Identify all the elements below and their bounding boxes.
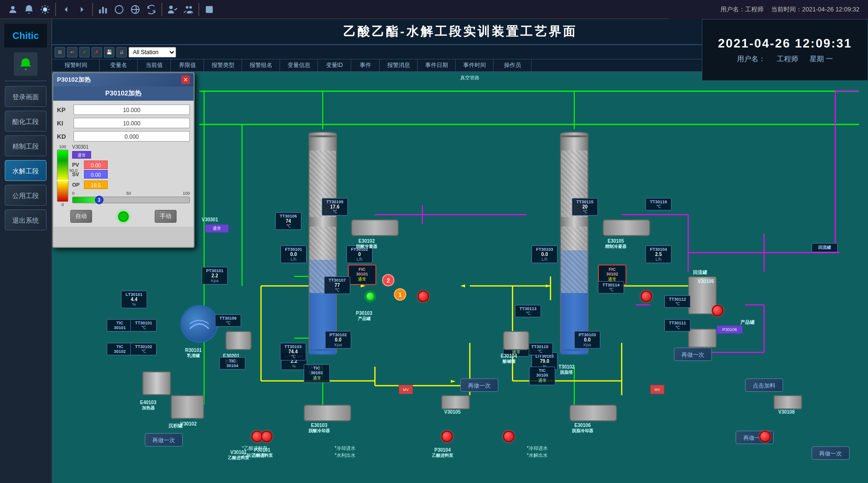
fic30101-controller[interactable]: FIC 30101 通常 — [348, 265, 376, 285]
tt30109-tag[interactable]: TT30109 17.6 ℃ — [322, 198, 348, 216]
mv30303-valve[interactable] — [759, 431, 771, 442]
ft30101-tag[interactable]: FT30101 0.0 L/h — [280, 246, 307, 263]
sidebar-item-exit[interactable]: 退出系统 — [5, 209, 47, 230]
tt30106-tag[interactable]: TT30106 ℃ — [215, 314, 241, 327]
pid-slider-number: 3 — [96, 197, 103, 203]
pid-kd-value[interactable]: 0.000 — [74, 131, 190, 142]
alarm-btn-2[interactable]: ↩ — [67, 47, 77, 57]
right-red-valve[interactable] — [712, 305, 723, 316]
pid-auto-button[interactable]: 自动 — [70, 210, 92, 223]
pt30102-tag[interactable]: PT30102 0.0 Kpa — [325, 331, 351, 349]
tt30115-tag[interactable]: TT30115 20 ℃ — [572, 198, 598, 216]
person-icon[interactable] — [6, 3, 19, 16]
ft30104-tag[interactable]: FT30104 2.5 L/h — [645, 246, 672, 263]
p30106-status[interactable]: P30106 — [717, 325, 743, 334]
t30102-top — [560, 132, 588, 136]
svg-point-5 — [115, 5, 123, 13]
sidebar-item-refining[interactable]: 精制工段 — [5, 135, 47, 156]
p30104-valve[interactable] — [441, 431, 453, 442]
bell-icon[interactable] — [22, 3, 36, 16]
tt30116-tag[interactable]: TT30116 ℃ — [645, 198, 672, 210]
pid-close-button[interactable]: ✕ — [181, 76, 190, 84]
mv30303-area: MV — [650, 385, 664, 394]
cold-water-out-label: 乙酸进料泵 — [242, 452, 266, 459]
pid-sv-value[interactable]: 0.00 — [84, 170, 108, 179]
alarm-header-varid: 变量ID — [318, 59, 351, 71]
redo-btn-1[interactable]: 再做一次 — [145, 433, 183, 446]
e30106-vessel — [569, 405, 617, 421]
tic30104-tag[interactable]: TIC 30104 — [219, 357, 245, 369]
sidebar-logo: Chitic — [4, 24, 47, 47]
t30101-green-valve[interactable] — [365, 292, 375, 301]
alarm-btn-check[interactable]: ✓ — [79, 47, 90, 57]
ft30103-tag[interactable]: FT30103 0.0 L/h — [532, 246, 558, 263]
tt30101-tag[interactable]: TT30101 ℃ — [131, 319, 157, 331]
v30102-sublabel: 沉积罐 — [168, 423, 183, 429]
sun-icon[interactable] — [38, 3, 52, 16]
e30102-vessel — [351, 219, 399, 236]
alarm-station-select[interactable]: All Station — [129, 47, 176, 57]
pid-ki-value[interactable]: 10.000 — [74, 118, 190, 128]
sidebar-item-esterification[interactable]: 酯化工段 — [5, 111, 47, 132]
sidebar-item-login[interactable]: 登录画面 — [5, 86, 47, 107]
pid-title-bar[interactable]: P30102加热 ✕ — [53, 73, 194, 86]
p30101-pump-valve[interactable] — [261, 431, 272, 442]
svg-rect-3 — [102, 7, 104, 13]
lt30101-tag[interactable]: LT30101 4.4 % — [121, 291, 147, 308]
refresh-icon[interactable] — [145, 3, 158, 16]
tt30106b-tag[interactable]: TT30106 74 ℃ — [275, 212, 301, 230]
redo-btn-5[interactable]: 再做一次 — [812, 446, 849, 460]
v30105-vessel — [441, 395, 470, 409]
tic30102-tag[interactable]: TIC 30102 — [107, 343, 133, 355]
t30101-red-valve[interactable] — [418, 291, 429, 302]
tt30103-tag[interactable]: TT30103 74.4 ℃ — [280, 343, 306, 360]
pid-valve-status: 通常 — [72, 151, 91, 159]
group-icon[interactable] — [182, 3, 195, 16]
tic30105-tag[interactable]: TIC 30105 通常 — [529, 367, 555, 385]
mv30303-valve[interactable]: MV — [650, 385, 664, 394]
sidebar-item-utilities[interactable]: 公用工段 — [5, 185, 47, 206]
tt30114-tag[interactable]: TT30114 ℃ — [598, 281, 624, 294]
circle-icon[interactable] — [112, 3, 126, 16]
unknown-icon[interactable] — [203, 3, 216, 16]
alarm-btn-print[interactable]: 🖨 — [116, 47, 127, 57]
redo-btn-2[interactable]: 再做一次 — [460, 379, 498, 392]
pid-slider[interactable]: 3 — [72, 197, 190, 203]
alarm-btn-1[interactable]: ⊞ — [55, 47, 65, 57]
nav-forward-icon[interactable] — [75, 3, 89, 16]
pid-pv-row: PV 0.00 — [72, 161, 190, 169]
redo-btn-3[interactable]: 再做一次 — [674, 348, 712, 361]
sidebar-item-hydrolysis[interactable]: 水解工段 — [5, 160, 47, 181]
mv30302-valve[interactable]: MV — [399, 385, 413, 394]
alarm-header-operator: 操作员 — [494, 59, 532, 71]
pt30101-tag[interactable]: PT30101 2.2 Kpa — [202, 267, 228, 284]
tt30107-tag[interactable]: TT30107 77 ℃ — [324, 276, 350, 294]
pid-manual-button[interactable]: 手动 — [155, 210, 177, 223]
alarm-btn-save[interactable]: 💾 — [104, 47, 114, 57]
globe-icon[interactable] — [129, 3, 142, 16]
tic30103-tag[interactable]: TIC 30103 通常 — [304, 364, 330, 383]
pt30103-tag[interactable]: PT30103 0.0 Kpa — [574, 331, 600, 349]
person2-icon[interactable] — [166, 3, 179, 16]
pid-op-value[interactable]: 19.5 — [84, 180, 108, 189]
click-feed-button[interactable]: 点击加料 — [745, 379, 783, 392]
far-right-tag[interactable]: 回流罐 — [812, 243, 838, 252]
tt30113-tag[interactable]: TT30113 ℃ — [515, 305, 541, 317]
tt30112-tag[interactable]: TT30112 ℃ — [664, 295, 691, 308]
alarm-header-varname: 变量名 — [100, 59, 138, 71]
t30102-red-valve[interactable] — [641, 291, 652, 302]
tt30110-tag[interactable]: TT30110 ℃ — [527, 343, 553, 355]
nav-back-icon[interactable] — [59, 3, 73, 16]
p30105-pump-valve[interactable] — [503, 431, 514, 442]
pid-kp-value[interactable]: 10.000 — [74, 104, 190, 115]
alarm-btn-x[interactable]: ✗ — [92, 47, 102, 57]
tt30102-tag[interactable]: TT30102 ℃ — [131, 343, 157, 355]
pid-slider-thumb[interactable]: 3 — [95, 196, 103, 204]
chart-icon[interactable] — [96, 3, 110, 16]
main-toolbar: 用户名：工程师 当前时间：2021-04-26 12:09:32 Chitic中… — [0, 0, 868, 19]
pid-gauge-top-label: 100 — [59, 144, 66, 149]
v30301-label: V30301 — [202, 217, 218, 222]
svg-rect-10 — [206, 6, 213, 13]
tt30111-tag[interactable]: TT30111 ℃ — [664, 319, 691, 331]
tic30101-tag[interactable]: TIC 30101 — [107, 319, 133, 331]
